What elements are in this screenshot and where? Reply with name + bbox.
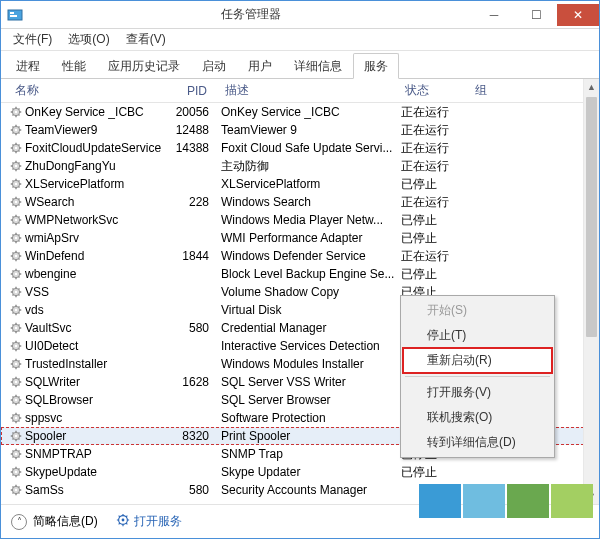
cell-desc: XLServicePlatform [221, 177, 401, 191]
table-row[interactable]: XLServicePlatformXLServicePlatform已停止 [1, 175, 599, 193]
service-icon [9, 483, 23, 497]
window-title: 任务管理器 [29, 6, 473, 23]
table-row[interactable]: wbengineBlock Level Backup Engine Se...已… [1, 265, 599, 283]
app-icon [7, 7, 23, 23]
col-name[interactable]: 名称 [9, 80, 169, 101]
service-icon [9, 411, 23, 425]
service-icon [9, 357, 23, 371]
svg-rect-2 [10, 15, 17, 17]
svg-point-40 [15, 435, 17, 437]
svg-point-6 [15, 129, 17, 131]
service-icon [9, 177, 23, 191]
vertical-scrollbar[interactable]: ▲ ▼ [583, 79, 599, 504]
table-row[interactable]: WinDefend1844Windows Defender Service正在运… [1, 247, 599, 265]
service-icon [9, 465, 23, 479]
cm-restart[interactable]: 重新启动(R) [403, 348, 552, 373]
menu-options[interactable]: 选项(O) [62, 29, 115, 50]
cell-desc: SNMP Trap [221, 447, 401, 461]
cell-desc: Windows Modules Installer [221, 357, 401, 371]
tab-details[interactable]: 详细信息 [283, 53, 353, 79]
cell-pid: 1844 [171, 249, 221, 263]
cell-status: 正在运行 [401, 122, 471, 139]
cell-desc: TeamViewer 9 [221, 123, 401, 137]
cell-name: wmiApSrv [25, 231, 171, 245]
window-controls: ─ ☐ ✕ [473, 4, 599, 26]
cell-name: WinDefend [25, 249, 171, 263]
cell-name: SamSs [25, 483, 171, 497]
tab-services[interactable]: 服务 [353, 53, 399, 79]
cell-desc: OnKey Service _ICBC [221, 105, 401, 119]
col-pid[interactable]: PID [169, 82, 219, 100]
scroll-up-icon[interactable]: ▲ [584, 79, 599, 95]
service-icon [9, 123, 23, 137]
svg-point-8 [15, 147, 17, 149]
table-row[interactable]: SkypeUpdateSkype Updater已停止 [1, 463, 599, 481]
service-icon [9, 105, 23, 119]
tab-processes[interactable]: 进程 [5, 53, 51, 79]
cell-name: WSearch [25, 195, 171, 209]
column-headers: 名称 PID 描述 状态 组 [1, 79, 599, 103]
table-row[interactable]: FoxitCloudUpdateService14388Foxit Cloud … [1, 139, 599, 157]
open-services-link[interactable]: 打开服务 [116, 513, 182, 530]
cell-name: VSS [25, 285, 171, 299]
menu-view[interactable]: 查看(V) [120, 29, 172, 50]
cm-goto-details[interactable]: 转到详细信息(D) [403, 430, 552, 455]
service-icon [9, 321, 23, 335]
cell-status: 已停止 [401, 464, 471, 481]
service-icon [9, 249, 23, 263]
cell-pid: 20056 [171, 105, 221, 119]
svg-point-16 [15, 219, 17, 221]
service-icon [9, 159, 23, 173]
cell-name: OnKey Service _ICBC [25, 105, 171, 119]
table-row[interactable]: WMPNetworkSvcWindows Media Player Netw..… [1, 211, 599, 229]
cell-pid: 1628 [171, 375, 221, 389]
svg-point-46 [15, 489, 17, 491]
cell-pid: 14388 [171, 141, 221, 155]
scroll-thumb[interactable] [586, 97, 597, 337]
cell-desc: SQL Server Browser [221, 393, 401, 407]
col-desc[interactable]: 描述 [219, 80, 399, 101]
cell-pid: 8320 [171, 429, 221, 443]
minimize-button[interactable]: ─ [473, 4, 515, 26]
svg-point-26 [15, 309, 17, 311]
pixel-overlay [419, 484, 593, 518]
cell-desc: Interactive Services Detection [221, 339, 401, 353]
cell-desc: Skype Updater [221, 465, 401, 479]
svg-point-12 [15, 183, 17, 185]
cell-status: 已停止 [401, 266, 471, 283]
maximize-button[interactable]: ☐ [515, 4, 557, 26]
table-row[interactable]: ZhuDongFangYu主动防御正在运行 [1, 157, 599, 175]
service-icon [9, 303, 23, 317]
cell-name: vds [25, 303, 171, 317]
col-group[interactable]: 组 [469, 80, 509, 101]
service-icon [9, 213, 23, 227]
tab-app-history[interactable]: 应用历史记录 [97, 53, 191, 79]
menu-file[interactable]: 文件(F) [7, 29, 58, 50]
titlebar: 任务管理器 ─ ☐ ✕ [1, 1, 599, 29]
open-services-label: 打开服务 [134, 513, 182, 530]
cell-status: 正在运行 [401, 104, 471, 121]
cell-desc: WMI Performance Adapter [221, 231, 401, 245]
table-row[interactable]: wmiApSrvWMI Performance Adapter已停止 [1, 229, 599, 247]
table-row[interactable]: OnKey Service _ICBC20056OnKey Service _I… [1, 103, 599, 121]
tab-users[interactable]: 用户 [237, 53, 283, 79]
tab-startup[interactable]: 启动 [191, 53, 237, 79]
cm-stop[interactable]: 停止(T) [403, 323, 552, 348]
brief-info-button[interactable]: ˄ 简略信息(D) [11, 513, 98, 530]
tab-performance[interactable]: 性能 [51, 53, 97, 79]
cm-search-online[interactable]: 联机搜索(O) [403, 405, 552, 430]
tabbar: 进程 性能 应用历史记录 启动 用户 详细信息 服务 [1, 51, 599, 79]
svg-point-38 [15, 417, 17, 419]
cell-name: sppsvc [25, 411, 171, 425]
cm-start: 开始(S) [403, 298, 552, 323]
col-status[interactable]: 状态 [399, 80, 469, 101]
cm-open-services[interactable]: 打开服务(V) [403, 380, 552, 405]
svg-point-14 [15, 201, 17, 203]
cell-name: SNMPTRAP [25, 447, 171, 461]
close-button[interactable]: ✕ [557, 4, 599, 26]
table-row[interactable]: TeamViewer912488TeamViewer 9正在运行 [1, 121, 599, 139]
cell-name: SkypeUpdate [25, 465, 171, 479]
table-row[interactable]: WSearch228Windows Search正在运行 [1, 193, 599, 211]
cell-desc: Security Accounts Manager [221, 483, 401, 497]
cell-desc: Volume Shadow Copy [221, 285, 401, 299]
